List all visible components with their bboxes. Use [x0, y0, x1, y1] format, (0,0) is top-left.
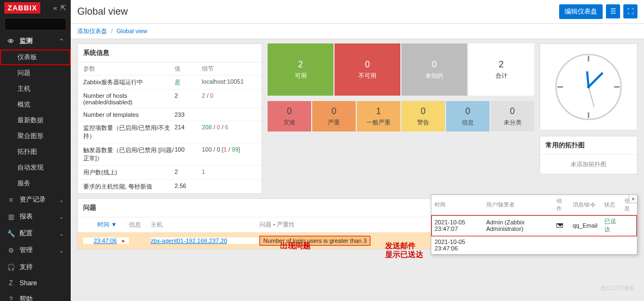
- system-info-panel: 系统信息 参数 值 细节 Zabbix服务器端运行中是localhost:100…: [77, 43, 262, 194]
- clock-icon: [553, 52, 624, 122]
- sysinfo-row: Zabbix服务器端运行中是localhost:10051: [78, 75, 262, 89]
- sidebar-item-6[interactable]: 拓扑图: [0, 144, 71, 160]
- menu-monitor-label: 监测: [20, 36, 33, 46]
- page-title: Global view: [77, 6, 128, 17]
- mail-icon: [556, 223, 563, 228]
- help-icon: ?: [7, 296, 15, 302]
- system-info-title: 系统信息: [78, 44, 262, 62]
- sidebar-item-1[interactable]: 问题: [0, 65, 71, 81]
- list-icon: ≡: [7, 196, 15, 204]
- right-column: 常用的拓扑图 未添加拓扑图: [540, 43, 637, 194]
- popup-row: 2021-10-05 23:47:06: [431, 236, 637, 254]
- menu-monitor[interactable]: 👁 监测 ⌃: [0, 33, 71, 49]
- close-icon[interactable]: ×: [629, 195, 637, 203]
- menu-share[interactable]: ZShare: [0, 275, 71, 291]
- tile[interactable]: 2可用: [268, 43, 333, 96]
- problems-title: 问题: [83, 203, 96, 212]
- topology-title: 常用的拓扑图: [540, 136, 637, 155]
- sysinfo-row: 要求的主机性能, 每秒新值2.56: [78, 179, 262, 193]
- col-detail: 细节: [202, 65, 256, 73]
- svg-line-5: [587, 71, 589, 87]
- problem-name[interactable]: Number of login users is greater than 3: [259, 236, 370, 246]
- menu-support[interactable]: 🎧支持: [0, 259, 71, 275]
- breadcrumb: 添加仪表盘 / Global view: [71, 24, 644, 39]
- sysinfo-row: 触发器数量（已启用/已禁用 [问题/正常]）100100 / 0 [1 / 99…: [78, 143, 262, 165]
- topology-empty: 未添加拓扑图: [540, 155, 637, 174]
- popout-icon[interactable]: ⇱: [60, 4, 66, 12]
- menu-config[interactable]: 🔧配置⌄: [0, 225, 71, 242]
- col-info: 信息: [129, 221, 151, 229]
- sysinfo-row: 监控项数量（已启用/已禁用/不支持）214208 / 0 / 6: [78, 121, 262, 143]
- support-icon: 🎧: [7, 264, 15, 271]
- collapse-icon[interactable]: «: [53, 4, 57, 12]
- col-param: 参数: [83, 65, 175, 73]
- sidebar-item-2[interactable]: 主机: [0, 81, 71, 97]
- popup-col-user: 用户/接受者: [483, 195, 554, 215]
- sidebar-item-3[interactable]: 概览: [0, 97, 71, 112]
- chevron-down-icon: ⌄: [59, 230, 64, 237]
- popup-col-action: 动作: [553, 195, 569, 215]
- sidebar-item-4[interactable]: 最新数据: [0, 112, 71, 128]
- gear-icon: ⚙: [7, 247, 15, 254]
- tile[interactable]: 1一般严重: [357, 101, 400, 131]
- eye-icon: 👁: [7, 37, 15, 45]
- col-value: 值: [175, 65, 202, 73]
- tile[interactable]: 0未分类: [491, 101, 534, 131]
- popup-col-time: 时间: [431, 195, 483, 215]
- watermark: @51CTO博客: [600, 285, 634, 292]
- sysinfo-row: Number of hosts (enabled/disabled)22 / 0: [78, 89, 262, 108]
- topbar: Global view 编辑仪表盘 ☰ ⛶: [71, 0, 644, 24]
- share-icon: Z: [7, 279, 15, 287]
- popup-col-message: 消息/命令: [569, 195, 601, 215]
- severity-tiles: 0灾难0严重1一般严重0警告0信息0未分类: [268, 101, 534, 131]
- logo-row: ZABBIX « ⇱: [0, 0, 71, 16]
- chevron-down-icon: ⌄: [59, 213, 64, 221]
- crumb-add[interactable]: 添加仪表盘: [77, 28, 107, 34]
- tile[interactable]: 0不可用: [335, 43, 400, 96]
- col-host: 主机: [151, 221, 259, 229]
- chevron-down-icon: ⌄: [59, 247, 64, 254]
- sidebar-item-7[interactable]: 自动发现: [0, 160, 71, 175]
- tile[interactable]: 0严重: [312, 101, 356, 131]
- menu-admin[interactable]: ⚙管理⌄: [0, 242, 71, 259]
- sidebar: ZABBIX « ⇱ 🔍 👁 监测 ⌃ 仪表板问题主机概览最新数据聚合图形拓扑图…: [0, 0, 71, 301]
- chevron-down-icon: ⌄: [59, 196, 64, 204]
- tile[interactable]: 0警告: [401, 101, 445, 131]
- logo: ZABBIX: [4, 2, 40, 14]
- clock-widget: [540, 43, 637, 130]
- popup-col-status: 状态: [601, 195, 622, 215]
- fullscreen-button[interactable]: ⛶: [623, 4, 637, 18]
- wrench-icon: 🔧: [7, 230, 15, 237]
- svg-point-8: [587, 85, 590, 88]
- action-popup: × 时间 用户/接受者 动作 消息/命令 状态 信息 2021-10-05 23…: [431, 195, 637, 255]
- popup-row: 2021-10-05 23:47:07Admin (Zabbix Adminis…: [431, 215, 637, 236]
- menu-button[interactable]: ☰: [606, 4, 620, 18]
- edit-dashboard-button[interactable]: 编辑仪表盘: [559, 4, 603, 19]
- crumb-current[interactable]: Global view: [116, 28, 147, 34]
- tile[interactable]: 2合计: [468, 43, 534, 96]
- sysinfo-row: 用户数(线上)21: [78, 165, 262, 179]
- host-tiles: 2可用0不可用0未知的2合计: [268, 43, 534, 96]
- chevron-up-icon: ⌃: [59, 37, 64, 45]
- middle-column: 2可用0不可用0未知的2合计 0灾难0严重1一般严重0警告0信息0未分类: [268, 43, 534, 194]
- sysinfo-row: Number of templates233: [78, 108, 262, 121]
- tile[interactable]: 0信息: [446, 101, 490, 131]
- problem-time[interactable]: 23:47:06: [94, 237, 117, 244]
- sidebar-item-5[interactable]: 聚合图形: [0, 128, 71, 144]
- menu-inventory[interactable]: ≡资产记录⌄: [0, 191, 71, 208]
- search-input-wrap: 🔍: [4, 18, 66, 30]
- main: Global view 编辑仪表盘 ☰ ⛶ 添加仪表盘 / Global vie…: [71, 0, 644, 301]
- topology-panel: 常用的拓扑图 未添加拓扑图: [540, 136, 637, 174]
- tile[interactable]: 0灾难: [268, 101, 311, 131]
- col-time[interactable]: 时间 ▼: [83, 221, 121, 229]
- problem-host[interactable]: zbx-agent01-192.168.237.20: [151, 237, 227, 244]
- menu-help[interactable]: ?帮助: [0, 291, 71, 301]
- tile[interactable]: 0未知的: [401, 43, 467, 96]
- chart-icon: ▥: [7, 213, 15, 221]
- sidebar-item-0[interactable]: 仪表板: [0, 49, 71, 65]
- menu-reports[interactable]: ▥报表⌄: [0, 208, 71, 225]
- sidebar-item-8[interactable]: 服务: [0, 175, 71, 191]
